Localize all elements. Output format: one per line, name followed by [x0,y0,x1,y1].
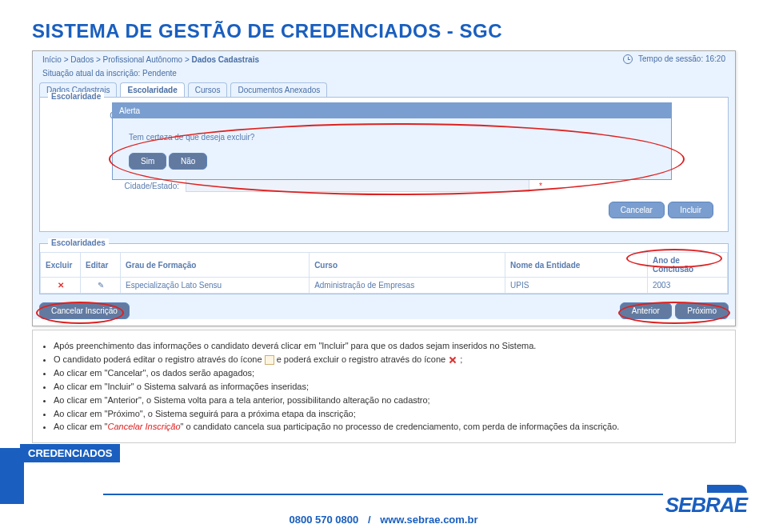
th-excluir: Excluir [41,253,81,278]
cell-entidade: UPIS [505,278,648,294]
modal-nao-button[interactable]: Não [169,153,207,170]
clock-icon [623,54,633,64]
footer-site: www.sebrae.com.br [380,514,477,526]
note-1: Após preenchimento das informações o can… [54,340,725,352]
modal-sim-button[interactable]: Sim [129,153,166,170]
tab-cursos[interactable]: Cursos [188,82,228,97]
confirm-delete-modal: Alerta Tem certeza de que deseja excluir… [112,102,672,180]
th-curso: Curso [310,253,505,278]
edit-icon [265,355,274,365]
cell-ano: 2003 [648,278,728,294]
anterior-button[interactable]: Anterior [620,302,672,319]
incluir-button[interactable]: Incluir [668,202,713,218]
table-escolaridades: Escolaridades Excluir Editar Grau de For… [39,243,729,294]
note-6: Ao clicar em "Próximo", o Sistema seguir… [54,408,725,420]
breadcrumb-current: Dados Cadastrais [192,55,259,64]
form-escolaridade: Escolaridade Grau de Formação: * * * * [39,97,729,232]
app-screenshot: Início > Dados > Profissional Autônomo >… [32,50,736,326]
th-nome-entidade: Nome da Entidade [505,253,648,278]
delete-row-icon[interactable]: ✕ [58,281,64,290]
tab-documentos[interactable]: Documentos Anexados [230,82,327,97]
required-icon: * [539,182,542,190]
cell-grau: Especialização Lato Sensu [121,278,310,294]
page-title: SISTEMA DE GESTÃO DE CREDENCIADOS - SGC [32,20,736,42]
footer-phone: 0800 570 0800 [290,514,359,526]
th-editar: Editar [81,253,121,278]
note-5: Ao clicar em "Anterior", o Sistema volta… [54,394,725,406]
delete-icon [448,355,457,365]
footer-divider [103,494,663,495]
label-cidade: Cidade/Estado: [51,182,179,190]
breadcrumb-path: Início > Dados > Profissional Autônomo > [42,55,192,64]
footer-contact: 0800 570 0800 / www.sebrae.com.br [0,514,767,526]
session-label: Tempo de sessão: [638,54,703,63]
tab-escolaridade[interactable]: Escolaridade [120,82,184,97]
notes: Após preenchimento das informações o can… [32,330,736,443]
note-4: Ao clicar em "Incluir" o Sistema salvará… [54,381,725,393]
proximo-button[interactable]: Próximo [675,302,729,319]
note-2: O candidato poderá editar o registro atr… [54,354,725,366]
input-cidade[interactable] [186,179,529,192]
sebrae-logo: SEBRAE [665,485,747,518]
status-line: Situação atual da inscrição: Pendente [33,67,735,82]
cancelar-button[interactable]: Cancelar [609,202,665,218]
th-ano: Ano de Conclusão [648,253,728,278]
breadcrumb: Início > Dados > Profissional Autônomo >… [42,55,259,64]
th-grau: Grau de Formação [121,253,310,278]
cancelar-inscricao-button[interactable]: Cancelar Inscrição [39,302,130,319]
session-time: 16:20 [705,54,725,63]
form-section-label: Escolaridade [48,92,104,101]
note-7: Ao clicar em "Cancelar Inscrição" o cand… [54,421,725,433]
session-timer: Tempo de sessão: 16:20 [623,54,725,64]
note-3: Ao clicar em "Cancelar", os dados serão … [54,367,725,379]
table-section-label: Escolaridades [48,238,109,247]
modal-title: Alerta [113,103,671,118]
table-row: ✕ ✎ Especialização Lato Sensu Administra… [41,278,728,294]
side-label: CREDENCIADOS [20,444,120,462]
edit-row-icon[interactable]: ✎ [98,281,104,290]
modal-text: Tem certeza de que deseja excluir? [129,133,655,142]
cell-curso: Administração de Empresas [310,278,505,294]
tabs: Dados Cadastrais Escolaridade Cursos Doc… [33,82,735,97]
